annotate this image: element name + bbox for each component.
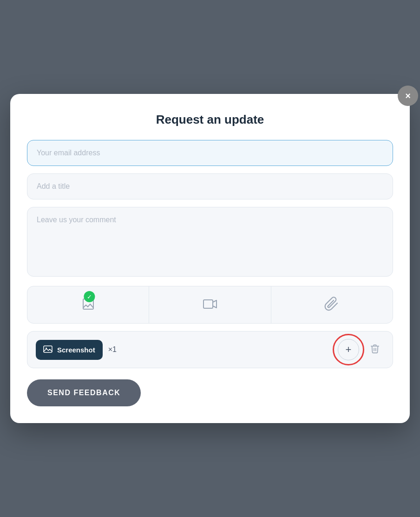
modal-title: Request an update [27, 113, 393, 127]
screenshot-label: Screenshot [57, 346, 95, 354]
plus-icon: + [346, 344, 352, 356]
email-input[interactable] [27, 140, 393, 166]
title-input[interactable] [27, 173, 393, 199]
modal-dialog: × Request an update ✓ [10, 94, 410, 423]
add-screenshot-button[interactable]: + [338, 339, 359, 360]
paperclip-icon [323, 296, 340, 314]
delete-screenshot-button[interactable] [366, 340, 384, 359]
close-button[interactable]: × [398, 86, 418, 106]
screenshot-check-icon: ✓ [84, 291, 95, 302]
screenshot-badge: Screenshot [36, 340, 103, 360]
attach-file-button[interactable] [271, 286, 393, 323]
screenshot-item-row: Screenshot ×1 + [27, 331, 393, 368]
comment-field-group [27, 207, 393, 278]
title-field-group [27, 173, 393, 199]
attachment-type-row: ✓ [27, 286, 393, 324]
svg-rect-1 [203, 300, 213, 308]
image-icon [43, 345, 52, 355]
video-type-button[interactable] [149, 286, 271, 323]
email-field-group [27, 140, 393, 166]
close-icon: × [405, 91, 411, 100]
video-icon [202, 296, 218, 314]
comment-textarea[interactable] [27, 207, 393, 277]
svg-rect-2 [44, 346, 52, 352]
screenshot-count: ×1 [108, 345, 331, 354]
screenshot-type-button[interactable]: ✓ [27, 286, 149, 323]
add-button-wrapper: + [337, 338, 360, 361]
send-feedback-button[interactable]: SEND FEEDBACK [27, 379, 141, 406]
trash-icon [370, 344, 380, 356]
